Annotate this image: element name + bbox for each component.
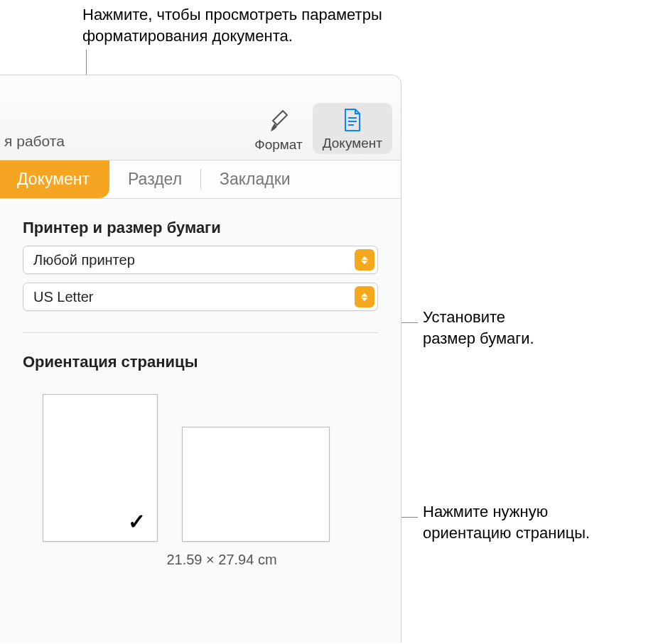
orientation-options: ✓ (0, 383, 401, 542)
updown-chevron-icon (355, 249, 374, 271)
toolbar-document-button[interactable]: Документ (313, 103, 392, 154)
orientation-section: Ориентация страницы (0, 333, 401, 383)
callout-paper-size: Установите размер бумаги. (423, 307, 534, 349)
toolbar-document-label: Документ (323, 136, 382, 151)
tabbar: Документ Раздел Закладки (0, 160, 401, 199)
printer-popup[interactable]: Любой принтер (23, 246, 378, 274)
paintbrush-icon (266, 109, 291, 134)
callout-orientation: Нажмите нужную ориентацию страницы. (423, 501, 590, 543)
orientation-landscape[interactable] (182, 427, 330, 542)
updown-chevron-icon (355, 286, 374, 307)
paper-size-popup[interactable]: US Letter (23, 283, 378, 311)
tab-document[interactable]: Документ (0, 160, 109, 198)
toolbar: я работа Формат Документ (0, 75, 401, 160)
document-panel: я работа Формат Документ (0, 75, 401, 643)
document-icon (340, 107, 365, 133)
checkmark-icon: ✓ (128, 509, 146, 534)
printer-popup-value: Любой принтер (33, 252, 355, 268)
orientation-portrait[interactable]: ✓ (43, 394, 158, 542)
callout-format-options: Нажмите, чтобы просмотреть параметры фор… (82, 4, 382, 46)
page-dimensions: 21.59 × 27.94 cm (0, 552, 401, 568)
paper-size-popup-value: US Letter (33, 289, 355, 305)
orientation-section-title: Ориентация страницы (23, 353, 378, 371)
printer-section-title: Принтер и размер бумаги (23, 219, 378, 237)
toolbar-format-button[interactable]: Формат (244, 106, 313, 154)
toolbar-format-label: Формат (254, 137, 303, 153)
tab-section[interactable]: Раздел (109, 160, 200, 198)
tab-bookmarks[interactable]: Закладки (201, 160, 309, 198)
printer-section: Принтер и размер бумаги Любой принтер US… (0, 199, 401, 322)
toolbar-cutoff-label: я работа (0, 133, 65, 154)
